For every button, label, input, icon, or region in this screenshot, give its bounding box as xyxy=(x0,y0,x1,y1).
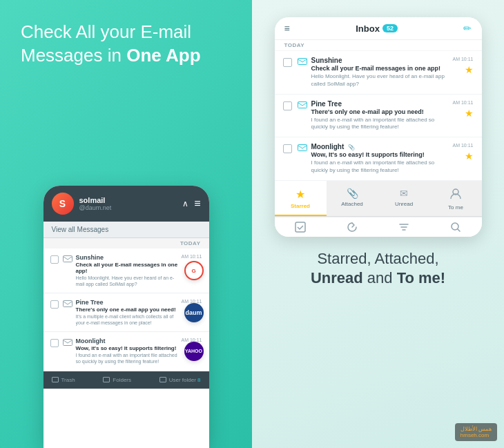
email-checkbox-right-3[interactable] xyxy=(283,144,292,153)
folders-icon xyxy=(103,377,110,382)
envelope-icon-left-1 xyxy=(63,255,72,262)
left-headline: Check All your E-mail Messages in One Ap… xyxy=(14,21,201,68)
daum-badge: daum xyxy=(184,303,204,322)
bottom-headline-text: Starred, Attached, Unread and To me! xyxy=(311,249,445,289)
envelope-icon-left-2 xyxy=(63,300,72,307)
email-item-left-1[interactable]: Sunshine Check all your E-mail messages … xyxy=(43,249,209,293)
view-all-bar[interactable]: View all Messages xyxy=(43,222,209,238)
check-all-button[interactable] xyxy=(275,222,327,233)
envelope-icon-right-1 xyxy=(298,58,307,65)
view-all-label: View all Messages xyxy=(52,226,109,233)
subject-right-2: There's only one e-mail app you need! xyxy=(311,108,449,115)
bottom-headline-bold: To me! xyxy=(397,269,445,286)
preview-left-1: Hello Moonlight. Have you ever heard of … xyxy=(76,275,179,287)
watermark-arabic: همس الأطلال xyxy=(461,426,492,432)
tab-unread[interactable]: ✉ Unread xyxy=(378,181,430,216)
svg-rect-2 xyxy=(63,340,72,346)
user-folder-icon xyxy=(159,377,166,382)
starred-tab-icon: ★ xyxy=(295,188,305,201)
tab-attached[interactable]: 📎 Attached xyxy=(327,181,378,216)
folders-label: Folders xyxy=(113,377,131,383)
tab-to-me[interactable]: To me xyxy=(430,181,482,216)
sender-right-3: Moonlight 📎 xyxy=(311,143,449,150)
phone-right: ≡ Inbox 52 ✏ TODAY Sunshine xyxy=(275,17,482,237)
bottom-headline-part1: Starred, Attached, xyxy=(317,250,438,267)
subject-left-1: Check all your E-mail messages in one ap… xyxy=(76,262,179,274)
refresh-button[interactable] xyxy=(327,222,378,233)
star-icon-3[interactable]: ★ xyxy=(465,150,474,162)
folders-item[interactable]: Folders xyxy=(103,377,131,383)
to-me-tab-icon xyxy=(449,188,462,202)
email-item-right-2[interactable]: Pine Tree There's only one e-mail app yo… xyxy=(275,95,482,138)
inbox-title-group: Inbox 52 xyxy=(356,23,398,34)
star-icon-2[interactable]: ★ xyxy=(465,108,474,119)
subject-left-2: There's only one e-mail app you need! xyxy=(76,306,179,313)
svg-rect-5 xyxy=(298,145,307,151)
email-item-right-3[interactable]: Moonlight 📎 Wow, It's so easy! It suppor… xyxy=(275,137,482,181)
envelope-icon-right-3 xyxy=(298,144,307,151)
headline-line2: Messages in xyxy=(21,45,126,66)
tab-starred[interactable]: ★ Starred xyxy=(275,181,327,216)
email-checkbox-left-2[interactable] xyxy=(50,300,59,309)
trash-icon xyxy=(52,377,59,382)
gmail-badge: G xyxy=(184,261,204,280)
unread-tab-icon: ✉ xyxy=(400,188,408,199)
hamburger-icon[interactable]: ≡ xyxy=(194,197,200,210)
subject-right-1: Check all your E-mail messages in one ap… xyxy=(311,65,449,72)
today-text-left: TODAY xyxy=(180,240,201,246)
attached-tab-label: Attached xyxy=(341,201,363,207)
email-checkbox-left-3[interactable] xyxy=(50,339,59,347)
time-right-3: AM 10:11 xyxy=(453,143,474,148)
svg-rect-0 xyxy=(63,256,72,262)
time-right-1: AM 10:11 xyxy=(453,57,474,61)
watermark: همس الأطلال hmseh.com xyxy=(455,423,497,441)
edit-icon[interactable]: ✏ xyxy=(463,23,472,34)
attachment-indicator: 📎 xyxy=(348,144,355,150)
trash-label: Trash xyxy=(61,377,75,383)
yahoo-badge: YAHOO xyxy=(184,342,204,361)
action-bar xyxy=(275,217,482,237)
envelope-icon-left-3 xyxy=(63,339,72,346)
right-panel: ≡ Inbox 52 ✏ TODAY Sunshine xyxy=(252,0,504,448)
email-checkbox-left-1[interactable] xyxy=(50,255,59,264)
bottom-headline-part3: and xyxy=(363,269,397,286)
search-button[interactable] xyxy=(430,222,482,233)
preview-left-2: It's a multiple e-mail client which coll… xyxy=(76,313,179,326)
user-folder-item[interactable]: User folder 8 xyxy=(159,377,201,383)
email-content-right-1: Sunshine Check all your E-mail messages … xyxy=(311,57,449,88)
filter-button[interactable] xyxy=(378,222,430,233)
email-content-right-3: Moonlight 📎 Wow, It's so easy! It suppor… xyxy=(311,143,449,175)
email-checkbox-right-2[interactable] xyxy=(283,101,292,110)
chevron-up-icon[interactable]: ∧ xyxy=(182,199,188,208)
email-item-left-3[interactable]: Moonlight Wow, it's so easy! It supports… xyxy=(43,332,209,371)
preview-right-2: I found an e-mail with an important file… xyxy=(311,117,449,132)
hamburger-right-icon[interactable]: ≡ xyxy=(284,23,290,34)
today-text-right: TODAY xyxy=(284,42,305,48)
email-content-left-3: Moonlight Wow, it's so easy! It supports… xyxy=(76,338,179,364)
email-meta-right-1: AM 10:11 ★ xyxy=(453,57,474,75)
subject-right-3: Wow, It's so easy! It supports filtering… xyxy=(311,151,449,158)
inbox-title: Inbox xyxy=(356,23,380,34)
email-item-left-2[interactable]: Pine Tree There's only one e-mail app yo… xyxy=(43,293,209,332)
account-name: solmail xyxy=(79,196,179,204)
sender-left-3: Moonlight xyxy=(76,338,179,344)
email-checkbox-right-1[interactable] xyxy=(283,58,292,67)
svg-rect-4 xyxy=(298,101,307,108)
phone-left-bottom: Trash Folders User folder 8 xyxy=(43,371,209,389)
email-item-right-1[interactable]: Sunshine Check all your E-mail messages … xyxy=(275,51,482,95)
today-label-right: TODAY xyxy=(275,40,482,51)
bottom-headline: Starred, Attached, Unread and To me! xyxy=(304,249,452,289)
email-content-left-2: Pine Tree There's only one e-mail app yo… xyxy=(76,299,179,326)
trash-item[interactable]: Trash xyxy=(52,377,75,383)
time-right-2: AM 10:11 xyxy=(453,100,474,105)
inbox-count-badge: 52 xyxy=(382,24,398,32)
sender-right-1: Sunshine xyxy=(311,57,449,64)
preview-right-1: Hello Moonlight. Have you ever heard of … xyxy=(311,73,449,88)
headline-line1: Check All your E-mail xyxy=(21,21,191,42)
email-content-left-1: Sunshine Check all your E-mail messages … xyxy=(76,254,179,287)
user-folder-label: User folder 8 xyxy=(169,377,201,383)
star-icon-1[interactable]: ★ xyxy=(465,64,474,75)
email-meta-right-3: AM 10:11 ★ xyxy=(453,143,474,162)
svg-rect-1 xyxy=(63,301,72,307)
preview-left-3: I found an e-mail with an important file… xyxy=(76,352,179,364)
